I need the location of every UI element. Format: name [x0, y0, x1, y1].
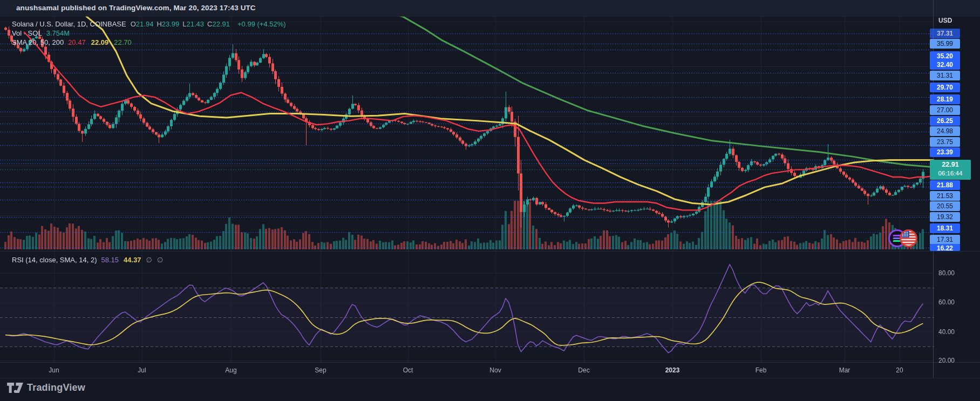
ohlc-item: O21.94: [131, 20, 154, 28]
time-tick: Sep: [315, 366, 326, 374]
rsi-value: ∅: [157, 256, 163, 264]
sma-value: 22.70: [114, 38, 132, 46]
time-tick: Jun: [49, 366, 59, 374]
price-level-label: 29.70: [930, 83, 960, 92]
rsi-value: 44.37: [124, 256, 141, 264]
rsi-axis-label: 40.00: [938, 328, 955, 336]
price-level-label: 32.40: [930, 60, 960, 70]
time-tick: 20: [896, 366, 903, 374]
price-level-label: 19.32: [930, 212, 960, 222]
footer-border: [0, 378, 980, 378]
pair-logos: [888, 228, 920, 250]
rsi-axis-label: 80.00: [938, 269, 955, 277]
time-axis[interactable]: JunJulAugSepOctNovDec2023FebMar20: [0, 363, 980, 378]
sma-value: 22.09: [91, 38, 109, 46]
rsi-value: ∅: [146, 256, 152, 264]
tradingview-brand-text: TradingView: [27, 382, 85, 393]
price-level-label: 27.00: [930, 105, 960, 115]
ohlc-values: O21.94H23.99L21.43C22.91: [131, 20, 233, 28]
price-level-label: 21.88: [930, 180, 960, 190]
chart-canvas[interactable]: [0, 0, 934, 378]
time-tick: Dec: [578, 366, 589, 374]
tradingview-chart-screenshot: anushsamal published on TradingView.com,…: [0, 0, 980, 401]
price-level-label: 23.75: [930, 137, 960, 147]
time-tick: Aug: [225, 366, 236, 374]
price-level-label: 18.31: [930, 223, 960, 233]
ohlc-item: H23.99: [156, 20, 179, 28]
volume-value: 3.754M: [46, 29, 70, 37]
time-tick: Mar: [839, 366, 850, 374]
price-level-label: 17.31: [930, 235, 960, 244]
rsi-legend-row[interactable]: RSI (14, close, SMA, 14, 2) 58.1544.37∅∅: [12, 256, 168, 264]
volume-legend-row[interactable]: Vol · SOL 3.754M: [12, 29, 70, 37]
pane-separator[interactable]: [0, 251, 980, 252]
sma-label: SMA 20, 50, 200: [12, 38, 64, 46]
currency-label: USD: [938, 17, 952, 24]
rsi-values: 58.1544.37∅∅: [101, 256, 168, 264]
price-level-label: 21.53: [930, 191, 960, 201]
rsi-label: RSI (14, close, SMA, 14, 2): [12, 256, 97, 264]
price-level-label: 37.31: [930, 29, 960, 38]
price-level-label: 26.25: [930, 116, 960, 126]
price-level-label: 28.19: [930, 94, 960, 104]
time-tick: Nov: [489, 366, 501, 374]
pane-top-border: [0, 16, 980, 17]
sma-legend-row[interactable]: SMA 20, 50, 200 20.4722.0922.70: [12, 38, 137, 46]
price-level-label: 23.39: [930, 147, 960, 157]
current-price-label: 22.9106:16:44: [930, 160, 971, 180]
price-level-label: 20.55: [930, 201, 960, 211]
time-tick: Feb: [756, 366, 767, 374]
ohlc-item: L21.43: [182, 20, 204, 28]
price-level-label: 24.98: [930, 126, 960, 136]
time-tick: 2023: [665, 366, 680, 374]
rsi-axis-label: 60.00: [938, 298, 955, 306]
tradingview-logo-icon: [7, 383, 23, 393]
tradingview-footer[interactable]: TradingView: [7, 382, 85, 393]
rsi-axis-label: 20.00: [938, 357, 955, 364]
volume-label: Vol · SOL: [12, 29, 42, 37]
rsi-value: 58.15: [101, 256, 119, 264]
ohlc-item: C22.91: [207, 20, 230, 28]
sma-value: 20.47: [68, 38, 86, 46]
usd-flag-icon: [900, 229, 917, 247]
time-tick: Oct: [403, 366, 413, 374]
price-axis[interactable]: USD 37.3135.9935.2032.4031.3129.7028.192…: [933, 0, 980, 378]
sma-values: 20.4722.0922.70: [68, 38, 137, 46]
price-level-label: 16.22: [930, 244, 960, 251]
price-level-label: 35.99: [930, 39, 960, 49]
symbol-title: Solana / U.S. Dollar, 1D, COINBASE: [12, 20, 126, 28]
change-value: +0.99 (+4.52%): [237, 20, 286, 28]
time-tick: Jul: [138, 366, 146, 374]
symbol-legend-row[interactable]: Solana / U.S. Dollar, 1D, COINBASE O21.9…: [12, 20, 286, 28]
price-level-label: 31.31: [930, 71, 960, 80]
